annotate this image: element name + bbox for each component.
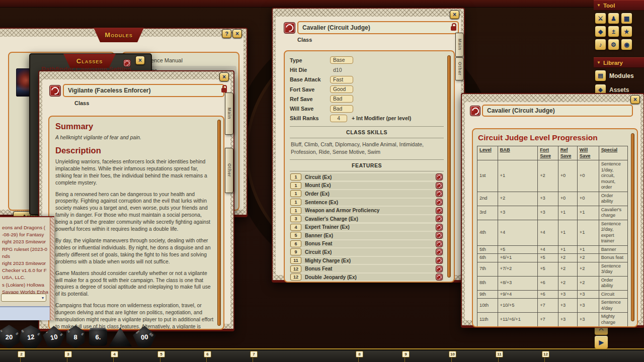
feature-row[interactable]: 14Greater Banner (Ex) [290,282,444,283]
field-value[interactable]: Bad [330,95,353,103]
sidebar-item-assets[interactable]: Assets [609,86,629,94]
lock-icon[interactable] [221,88,227,93]
feature-link-icon[interactable] [436,282,443,283]
feature-link-icon[interactable] [436,274,443,281]
hotkey-slot-label[interactable]: 9 [402,351,410,357]
feature-row[interactable]: 1Mount (Ex) [290,182,444,189]
feature-link-icon[interactable] [436,224,443,231]
feature-link-icon[interactable] [436,173,443,180]
scrollbar[interactable] [631,133,634,321]
modules-ribbon[interactable]: Modules [94,28,144,42]
field-value[interactable]: 4 [330,115,347,122]
feature-row[interactable]: 12Bonus Feat [290,265,444,272]
field-value[interactable]: Bad [330,105,353,113]
scrollbar[interactable] [217,120,221,326]
hotkey-slot-label[interactable]: 4 [111,351,118,357]
field-label: Fort Save [290,86,330,93]
d6-die[interactable]: 6. [89,328,107,346]
sound-icon[interactable]: ♪ [595,39,606,50]
hotkey-slot-label[interactable]: 7 [250,351,258,357]
close-icon[interactable]: × [630,95,640,104]
hotkey-slot-label[interactable]: 10 [449,351,456,357]
feature-row[interactable]: 1Weapon and Armor Proficiency [290,207,444,214]
close-icon[interactable]: × [219,72,229,81]
feature-link-icon[interactable] [436,199,443,206]
d12-die[interactable]: 1286 [19,325,42,348]
close-icon[interactable]: × [450,10,459,19]
feature-link-icon[interactable] [436,265,443,273]
d4-die[interactable]: 44 [109,326,132,347]
feature-link-icon[interactable] [436,207,443,214]
options-icon[interactable]: ⚙ [608,39,619,50]
calendar-icon[interactable]: ▦ [621,13,632,24]
dice-tower-icon[interactable]: ◆ [595,26,606,37]
lock-icon[interactable] [451,26,456,31]
feature-link-icon[interactable] [436,257,443,264]
feature-row[interactable]: 3Cavalier's Charge (Ex) [290,215,444,222]
hotkey-slot-label[interactable]: 8 [356,351,363,357]
scrollbar[interactable] [447,55,451,278]
table-cell: +6/+1 [498,254,538,262]
feature-link-icon[interactable] [436,215,443,222]
chat-window[interactable]: eons and Dragons (-08-29) for Fantasyrig… [0,216,54,320]
party-icon[interactable]: ♟ [608,13,619,24]
folder-icon[interactable]: ▤ [595,70,606,81]
level-progression-window[interactable]: Cavalier (Circuit Judge) Circuit Judge L… [461,93,644,328]
modifiers-icon[interactable]: ± [608,26,619,37]
feature-row[interactable]: 1Order (Ex) [290,190,444,197]
combat-icon[interactable]: ⚔ [595,13,606,24]
feature-row[interactable]: 9Circuit (Ex) [290,248,444,255]
record-title-field[interactable]: Cavalier (Circuit Judge) [297,21,459,34]
feature-link-icon[interactable] [436,248,443,255]
class-record-icon[interactable] [49,85,61,97]
field-value[interactable]: Fast [330,76,353,83]
class-entry-icon[interactable] [123,59,131,67]
feature-row[interactable]: 5Banner (Ex) [290,232,444,239]
tool-icon-grid: ⚔♟▦◆±★♪⚙◉ [595,13,644,50]
feature-row[interactable]: 4Expert Trainer (Ex) [290,224,444,231]
field-value[interactable]: Good [330,85,353,93]
hotkey-slot-label[interactable]: 3 [64,351,72,357]
hotkey-slot-label[interactable]: 12 [542,351,549,357]
close-icon[interactable]: × [135,56,145,65]
feature-link-icon[interactable] [436,182,443,189]
d100-die[interactable]: 008060 [133,326,156,348]
help-button[interactable]: ? [222,29,231,38]
feature-link-icon[interactable] [436,232,443,239]
chat-mode-dropdown[interactable]: ▾ [1,294,46,302]
sidebar-item-modules[interactable]: Modules [609,72,634,79]
close-icon[interactable]: × [232,29,242,38]
feature-row[interactable]: 11Mighty Charge (Ex) [290,257,444,264]
vigilante-class-window[interactable]: Vigilante (Faceless Enforcer) Class Summ… [38,70,234,331]
sidebar-section-library[interactable]: ▼ Library [594,57,644,68]
d10-die[interactable]: 1028 [43,326,65,348]
tab-main[interactable]: Main [225,93,233,135]
classes-ribbon[interactable]: Classes [63,54,116,68]
effects-icon[interactable]: ★ [621,26,632,37]
tokens-icon[interactable]: ◉ [621,39,632,50]
feature-row[interactable]: 6Bonus Feat [290,240,444,247]
tab-other[interactable]: Other [455,57,464,80]
class-record-icon[interactable] [470,106,480,116]
play-button[interactable]: ▶ [594,335,608,349]
hotkey-slot-label[interactable]: 6 [204,351,211,357]
d8-die[interactable]: 826 [65,325,86,348]
hotkey-slot-label[interactable]: 5 [157,351,165,357]
feature-link-icon[interactable] [436,240,443,247]
record-title-field[interactable]: Vigilante (Faceless Enforcer) [63,84,224,97]
d20-die[interactable]: 2028 [0,325,21,349]
feature-row[interactable]: 1Sentence (Ex) [290,199,444,206]
chat-input[interactable] [0,306,50,320]
sidebar-section-tool[interactable]: ▼ Tool [594,0,644,11]
feature-row[interactable]: 12Double Jeopardy (Ex) [290,274,444,281]
class-record-icon[interactable] [284,22,295,34]
record-title-field[interactable]: Cavalier (Circuit Judge) [482,105,633,117]
cavalier-class-window[interactable]: Cavalier (Circuit Judge) Class TypeBaseH… [272,8,465,283]
hotkey-slot-label[interactable]: 2 [18,351,25,357]
tab-main[interactable]: Main [455,33,464,57]
feature-link-icon[interactable] [436,190,443,197]
hotkey-slot-label[interactable]: 11 [496,351,503,357]
tab-other[interactable]: Other [225,148,233,193]
feature-row[interactable]: 1Circuit (Ex) [290,173,444,180]
field-value[interactable]: Base [330,56,353,64]
